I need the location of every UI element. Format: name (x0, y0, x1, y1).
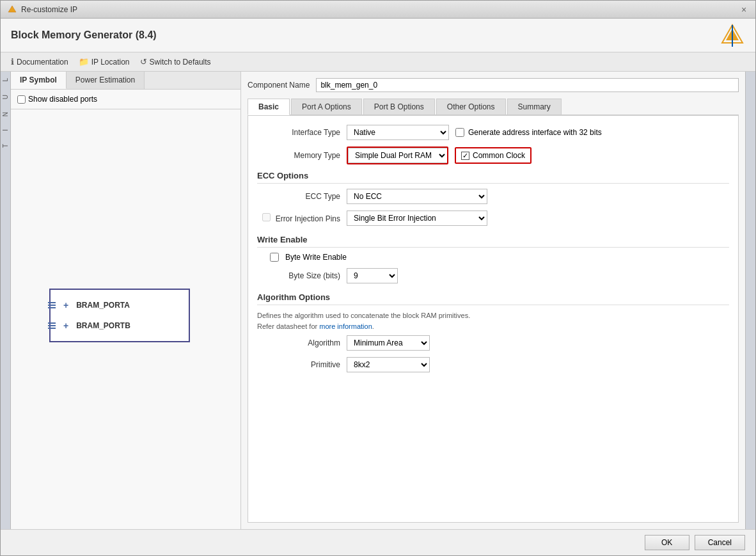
bram-portb-label: BRAM_PORTB (76, 321, 130, 330)
ok-button[interactable]: OK (645, 535, 689, 550)
primitive-select[interactable]: 8kx2 16kx1 32kx1 (347, 357, 430, 372)
portb-expand-icon[interactable]: + (63, 321, 68, 331)
app-title: Block Memory Generator (8.4) (11, 29, 157, 41)
byte-write-enable-label: Byte Write Enable (285, 253, 347, 262)
nav-item-1[interactable]: L (2, 78, 9, 82)
switch-defaults-button[interactable]: ↺ Switch to Defaults (140, 57, 211, 67)
tab-other-options[interactable]: Other Options (436, 99, 506, 115)
ip-location-label: IP Location (91, 58, 130, 67)
byte-size-select[interactable]: 8 9 (347, 268, 398, 283)
bram-porta-label: BRAM_PORTA (76, 301, 130, 310)
svg-marker-0 (8, 6, 16, 12)
tab-basic[interactable]: Basic (248, 99, 290, 115)
ecc-type-row: ECC Type No ECC Hamming ECC SECDED ECC (257, 189, 729, 204)
main-content: L U N I T IP Symbol Power Estimation Sho… (1, 72, 755, 529)
close-button[interactable]: × (739, 4, 749, 15)
error-injection-checkbox[interactable] (262, 213, 271, 221)
algorithm-desc-line2: Refer datasheet for more information. (257, 322, 374, 330)
refresh-icon: ↺ (140, 57, 147, 67)
tab-port-a-options[interactable]: Port A Options (291, 99, 362, 115)
tab-summary[interactable]: Summary (507, 99, 562, 115)
generate-address-label: Generate address interface with 32 bits (468, 128, 602, 137)
algorithm-select[interactable]: Minimum Area Low Power Fixed Primitive (347, 335, 430, 351)
title-bar-left: Re-customize IP (7, 4, 77, 15)
left-panel-toolbar: Show disabled ports (11, 90, 240, 109)
byte-size-label: Byte Size (bits) (257, 271, 340, 280)
nav-item-5[interactable]: T (2, 144, 9, 148)
documentation-button[interactable]: ℹ Documentation (11, 57, 68, 67)
tab-content-basic: Interface Type Native AXI4 AXI4-Lite Gen… (248, 116, 739, 523)
toolbar: ℹ Documentation 📁 IP Location ↺ Switch t… (1, 52, 755, 72)
common-clock-label: Common Clock (473, 151, 525, 160)
show-disabled-ports-label[interactable]: Show disabled ports (17, 95, 97, 104)
generate-address-row: Generate address interface with 32 bits (455, 128, 602, 137)
common-clock-box: ✓ Common Clock (455, 147, 532, 164)
error-injection-label: Error Injection Pins (257, 213, 340, 223)
switch-defaults-label: Switch to Defaults (150, 58, 211, 67)
left-panel: IP Symbol Power Estimation Show disabled… (11, 72, 241, 529)
main-window: Re-customize IP × Block Memory Generator… (0, 0, 756, 556)
memory-type-label: Memory Type (257, 151, 340, 160)
tab-power-estimation[interactable]: Power Estimation (67, 72, 145, 89)
component-name-label: Component Name (248, 81, 310, 90)
algorithm-row: Algorithm Minimum Area Low Power Fixed P… (257, 335, 729, 351)
app-icon (7, 4, 17, 15)
left-tabs: IP Symbol Power Estimation (11, 72, 240, 90)
folder-icon: 📁 (79, 57, 89, 67)
memory-type-select[interactable]: Single Port RAM Simple Dual Port RAM Tru… (348, 148, 447, 163)
tab-port-b-options[interactable]: Port B Options (363, 99, 435, 115)
show-disabled-ports-checkbox[interactable] (17, 95, 26, 104)
port-line-6 (48, 328, 56, 329)
error-injection-row: Error Injection Pins Single Bit Error In… (257, 210, 729, 226)
bram-porta-row: + BRAM_PORTA (63, 298, 176, 313)
primitive-row: Primitive 8kx2 16kx1 32kx1 (257, 357, 729, 372)
interface-type-select[interactable]: Native AXI4 AXI4-Lite (347, 125, 449, 140)
bram-block: + BRAM_PORTA + BRAM_ (49, 289, 190, 342)
primitive-label: Primitive (257, 360, 340, 369)
info-icon: ℹ (11, 57, 14, 67)
write-enable-header: Write Enable (257, 235, 729, 248)
byte-write-enable-checkbox[interactable] (270, 253, 279, 262)
bram-portb-row: + BRAM_PORTB (63, 318, 176, 333)
window-title: Re-customize IP (21, 5, 77, 14)
common-clock-checkbox[interactable]: ✓ (461, 152, 469, 160)
port-line-4 (48, 322, 56, 324)
interface-type-label: Interface Type (257, 128, 340, 137)
right-panel: Component Name Basic Port A Options Port… (241, 72, 745, 529)
ecc-type-label: ECC Type (257, 192, 340, 201)
port-line-1 (48, 302, 56, 303)
nav-item-3[interactable]: N (2, 112, 9, 116)
vivado-logo (720, 24, 745, 47)
interface-type-row: Interface Type Native AXI4 AXI4-Lite Gen… (257, 125, 729, 140)
nav-item-2[interactable]: U (2, 95, 9, 99)
header-area: Block Memory Generator (8.4) (1, 19, 755, 52)
left-panel-canvas: + BRAM_PORTA + BRAM_ (11, 109, 240, 529)
tabs-bar: Basic Port A Options Port B Options Othe… (248, 99, 739, 116)
ecc-section: ECC Type No ECC Hamming ECC SECDED ECC E… (257, 189, 729, 226)
byte-size-row: Byte Size (bits) 8 9 (257, 268, 729, 283)
error-injection-select[interactable]: Single Bit Error Injection Double Bit Er… (347, 210, 487, 226)
porta-expand-icon[interactable]: + (63, 300, 68, 310)
algorithm-desc: Defines the algorithm used to concatenat… (257, 310, 729, 331)
ecc-type-select[interactable]: No ECC Hamming ECC SECDED ECC (347, 189, 487, 204)
more-info-link[interactable]: more information (319, 322, 372, 330)
component-name-input[interactable] (316, 78, 739, 92)
title-bar: Re-customize IP × (1, 1, 755, 19)
documentation-label: Documentation (17, 58, 68, 67)
component-name-row: Component Name (248, 78, 739, 92)
port-line-3 (48, 307, 56, 308)
nav-item-4[interactable]: I (2, 129, 9, 131)
right-sidebar (745, 72, 755, 529)
ecc-options-header: ECC Options (257, 171, 729, 184)
memory-type-box: Single Port RAM Simple Dual Port RAM Tru… (347, 147, 448, 164)
sidebar-nav: L U N I T (1, 72, 11, 529)
generate-address-checkbox[interactable] (455, 128, 464, 137)
ip-location-button[interactable]: 📁 IP Location (79, 57, 130, 67)
byte-write-enable-row: Byte Write Enable (270, 253, 729, 262)
port-line-5 (48, 325, 56, 326)
bottom-bar: OK Cancel (1, 529, 755, 555)
tab-ip-symbol[interactable]: IP Symbol (11, 72, 67, 89)
cancel-button[interactable]: Cancel (695, 535, 745, 550)
algorithm-options-header: Algorithm Options (257, 292, 729, 305)
port-line-2 (48, 305, 56, 306)
